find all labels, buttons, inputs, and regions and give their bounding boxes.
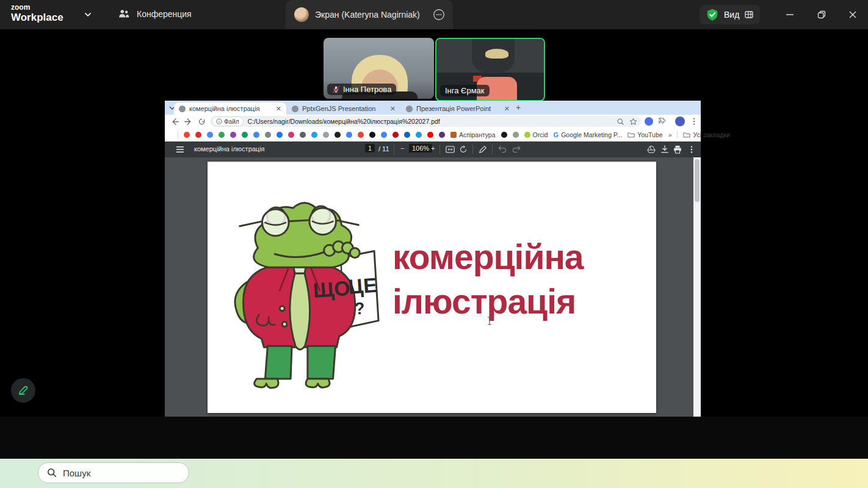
bookmark-favicon[interactable] [253, 132, 259, 138]
bookmark-favicon[interactable] [184, 132, 190, 138]
bookmark-favicon[interactable] [288, 132, 294, 138]
bookmark-favicon[interactable] [219, 132, 225, 138]
address-bar[interactable]: Файл C:/Users/nagir/Downloads/комерційна… [210, 116, 641, 127]
bookmark-aspirantura[interactable]: Аспірантура [450, 131, 496, 138]
bookmark-favicon[interactable] [311, 132, 317, 138]
save-to-drive-icon[interactable] [647, 145, 656, 154]
rotate-icon[interactable] [459, 145, 468, 154]
info-icon [216, 118, 222, 124]
tab-options-icon[interactable] [432, 8, 446, 21]
back-icon[interactable] [171, 118, 179, 126]
bookmark-star-icon[interactable] [629, 118, 637, 126]
tab-close-icon[interactable]: ✕ [276, 105, 281, 113]
browser-tab-title: комерційна ілюстрація [189, 105, 260, 112]
annotate-pen-icon[interactable] [479, 145, 487, 154]
close-button[interactable] [846, 8, 859, 21]
bookmark-favicon[interactable] [300, 132, 306, 138]
taskbar-search[interactable]: Пошук [38, 462, 189, 483]
fit-width-icon[interactable] [446, 146, 455, 153]
bookmark-favicon[interactable] [392, 132, 399, 138]
bookmark-label: Аспірантура [459, 131, 496, 138]
workspace-dropdown-button[interactable] [84, 10, 92, 19]
browser-tab-active[interactable]: комерційна ілюстрація ✕ [174, 102, 286, 115]
pdf-page-input[interactable]: 1 [365, 144, 375, 152]
zoom-page-icon[interactable] [617, 118, 624, 126]
browser-tab-title: Презентація PowerPoint [416, 105, 491, 112]
bookmark-orcid[interactable]: Orcid [524, 131, 548, 138]
url-text: C:/Users/nagir/Downloads/комерційна%20іл… [248, 118, 440, 125]
pdf-zoom-level[interactable]: 106% [409, 144, 432, 152]
extensions-puzzle-icon[interactable] [658, 117, 667, 126]
tab-close-icon[interactable]: ✕ [504, 105, 510, 113]
all-bookmarks-folder[interactable]: Усі закладки [683, 131, 729, 138]
video-tile-inga-active-speaker[interactable]: Інга Єрмак [435, 38, 545, 101]
bookmark-favicon[interactable] [501, 132, 507, 138]
restore-button[interactable] [815, 8, 828, 21]
close-icon [848, 10, 858, 20]
pdf-viewport[interactable]: ЩО ЦЕ ? комерційна ілюстрація [165, 157, 693, 417]
bookmark-favicon[interactable] [335, 132, 341, 138]
pdf-zoom-out-button[interactable]: − [400, 145, 404, 152]
bookmark-favicon[interactable] [439, 132, 445, 138]
extension-icon[interactable] [645, 117, 653, 126]
bookmark-google-marketing[interactable]: G Google Marketing P... [554, 131, 623, 138]
view-button[interactable]: Вид [700, 5, 760, 24]
title-bar: zoom Workplace Конференция Экран (Katery… [0, 0, 868, 29]
bookmark-folder-youtube[interactable]: YouTube [627, 131, 662, 138]
browser-menu-icon[interactable] [690, 117, 698, 126]
bookmark-favicon[interactable] [427, 132, 433, 138]
print-icon[interactable] [673, 145, 682, 154]
bookmark-favicon[interactable] [195, 132, 201, 138]
new-tab-button[interactable]: + [516, 102, 521, 112]
redo-icon [512, 146, 521, 153]
video-tile-inna[interactable]: Інна Петрова [324, 38, 434, 99]
bookmark-favicon[interactable] [404, 132, 410, 138]
sign-question-mark: ? [354, 299, 366, 318]
forward-icon[interactable] [184, 118, 192, 126]
bookmark-favicon[interactable] [242, 132, 248, 138]
pdf-zoom-in-button[interactable]: + [431, 145, 435, 152]
browser-scrollbar[interactable] [693, 157, 701, 417]
tab-conference[interactable]: Конференция [117, 7, 192, 21]
browser-tab-3[interactable]: Презентація PowerPoint ✕ [401, 102, 515, 115]
shared-screen-chrome: комерційна ілюстрація ✕ PptxGenJS Presen… [165, 101, 701, 417]
bookmark-label: Google Marketing P... [561, 131, 622, 138]
windows-taskbar: Пошук zoom X W zm УКР [0, 459, 868, 488]
frog-illustration: ЩО ЦЕ ? [217, 189, 380, 393]
tab-close-icon[interactable]: ✕ [390, 105, 396, 113]
tab-screen-share[interactable]: Экран (Kateryna Nagirniak) [286, 0, 453, 29]
download-icon[interactable] [660, 145, 669, 154]
bookmark-label: YouTube [637, 131, 662, 138]
sign-word-1: ЩО [313, 276, 351, 302]
pencil-icon [18, 385, 29, 396]
bookmark-favicon[interactable] [323, 132, 329, 138]
security-shield-icon [706, 8, 719, 21]
folder-icon [683, 132, 690, 138]
bookmark-favicon[interactable] [416, 132, 422, 138]
annotation-pencil-button[interactable] [11, 378, 35, 403]
pdf-more-icon[interactable] [687, 145, 696, 154]
bookmark-favicon[interactable] [265, 132, 271, 138]
people-icon [117, 7, 131, 21]
reload-icon[interactable] [198, 118, 206, 126]
browser-tab-2[interactable]: PptxGenJS Presentation ✕ [287, 102, 400, 115]
bookmark-favicon[interactable] [207, 132, 213, 138]
profile-avatar-icon[interactable] [675, 117, 685, 126]
bookmark-favicon[interactable] [381, 132, 387, 138]
bookmark-favicon [450, 132, 457, 138]
divider [439, 145, 440, 154]
bookmark-favicon[interactable] [230, 132, 236, 138]
bookmark-favicon[interactable] [369, 132, 375, 138]
bookmark-favicon[interactable] [277, 132, 283, 138]
pdf-menu-icon[interactable] [176, 146, 184, 153]
view-button-label: Вид [724, 10, 739, 20]
bookmarks-favicons [184, 132, 445, 138]
bookmark-favicon[interactable] [513, 132, 519, 138]
bookmark-favicon[interactable] [358, 132, 364, 138]
text-cursor [487, 317, 492, 325]
bookmarks-overflow-chevron[interactable]: » [668, 131, 672, 138]
scrollbar-thumb[interactable] [695, 159, 700, 202]
minimize-button[interactable] [783, 8, 797, 21]
bookmark-favicon[interactable] [346, 132, 352, 138]
browser-tab-title: PptxGenJS Presentation [302, 105, 375, 112]
